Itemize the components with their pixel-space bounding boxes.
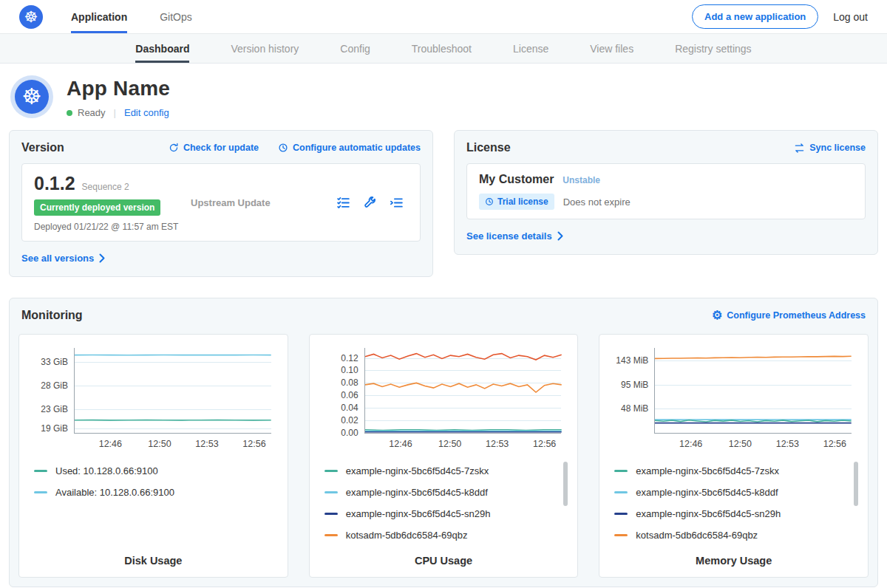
legend-scrollbar[interactable] (563, 462, 568, 506)
y-axis-label: 0.10 (341, 365, 358, 375)
legend-item: kotsadm-5db6dc6584-69qbz (324, 524, 569, 546)
tab-application[interactable]: Application (71, 0, 127, 33)
clock-refresh-icon (278, 143, 288, 153)
see-all-versions-link[interactable]: See all versions (21, 253, 105, 264)
trial-license-label: Trial license (497, 196, 548, 207)
chevron-right-icon (557, 231, 563, 241)
tab-gitops[interactable]: GitOps (160, 0, 192, 33)
license-card-title: License (466, 141, 511, 154)
y-axis-label: 28 GiB (41, 380, 68, 391)
configure-prometheus-link[interactable]: ⚙ Configure Prometheus Address (712, 310, 866, 321)
monitoring-title: Monitoring (21, 309, 83, 322)
legend-label: example-nginx-5bc6f5d4c5-k8ddf (346, 487, 488, 498)
chart-legend: example-nginx-5bc6f5d4c5-7zskxexample-ng… (324, 460, 569, 549)
y-axis-label: 0.00 (341, 428, 358, 438)
status-dot (67, 110, 72, 116)
chart-legend: example-nginx-5bc6f5d4c5-7zskxexample-ng… (614, 460, 859, 549)
legend-item: kotsadm-5db6dc6584-69qbz (614, 524, 859, 546)
legend-item: example-nginx-5bc6f5d4c5-sn29h (324, 503, 569, 524)
y-axis-label: 0.12 (341, 353, 358, 363)
x-axis-label: 12:50 (438, 439, 461, 449)
series-line (365, 383, 562, 392)
gear-icon: ⚙ (712, 310, 722, 321)
divider: | (114, 107, 116, 118)
customer-name: My Customer (479, 173, 554, 186)
logout-link[interactable]: Log out (833, 11, 868, 23)
x-axis-label: 12:46 (679, 439, 702, 449)
version-number: 0.1.2 (34, 173, 75, 194)
top-nav: ☸ Application GitOps Add a new applicati… (0, 0, 887, 34)
subnav-view-files[interactable]: View files (590, 34, 633, 63)
app-status-row: Ready | Edit config (67, 107, 170, 118)
subnav-license[interactable]: License (513, 34, 548, 63)
configure-prometheus-label: Configure Prometheus Address (727, 310, 866, 321)
app-subnav: Dashboard Version history Config Trouble… (0, 34, 887, 64)
top-nav-tabs: Application GitOps (71, 0, 225, 33)
legend-label: kotsadm-5db6dc6584-69qbz (346, 530, 468, 541)
legend-label: Used: 10.128.0.66:9100 (55, 465, 158, 476)
trial-license-badge: Trial license (479, 194, 554, 210)
disk-usage-chart: 33 GiB28 GiB23 GiB19 GiB 12:4612:5012:53… (18, 334, 288, 578)
chart-title: Memory Usage (607, 549, 860, 567)
legend-swatch (34, 470, 47, 472)
legend-scrollbar[interactable] (854, 462, 858, 506)
subnav-troubleshoot[interactable]: Troubleshoot (412, 34, 472, 63)
add-application-button[interactable]: Add a new application (692, 4, 818, 29)
current-version-box: 0.1.2 Sequence 2 Currently deployed vers… (21, 163, 421, 242)
version-sequence: Sequence 2 (82, 182, 129, 192)
legend-item: example-nginx-5bc6f5d4c5-k8ddf (614, 482, 859, 503)
y-axis-label: 0.08 (341, 377, 358, 388)
legend-item: example-nginx-5bc6f5d4c5-sn29h (614, 503, 859, 524)
x-axis-label: 12:46 (389, 439, 412, 449)
chevron-right-icon (99, 253, 105, 263)
legend-swatch (614, 534, 628, 536)
edit-config-link[interactable]: Edit config (124, 107, 169, 118)
legend-item: example-nginx-5bc6f5d4c5-7zskx (614, 460, 859, 482)
legend-swatch (324, 534, 338, 536)
x-axis-label: 12:50 (148, 439, 171, 449)
version-card-title: Version (21, 141, 64, 154)
memory-usage-chart: 143 MiB95 MiB48 MiB 12:4612:5012:5312:56… (599, 334, 869, 578)
subnav-registry-settings[interactable]: Registry settings (675, 34, 751, 63)
sync-license-link[interactable]: Sync license (794, 143, 866, 153)
series-line (365, 354, 562, 360)
y-axis-label: 143 MiB (616, 355, 648, 366)
config-wrench-icon[interactable] (363, 196, 377, 210)
legend-swatch (324, 513, 338, 515)
legend-item: example-nginx-5bc6f5d4c5-k8ddf (324, 482, 569, 503)
see-all-versions-label: See all versions (21, 253, 94, 264)
y-axis-label: 23 GiB (41, 404, 68, 414)
x-axis-label: 12:56 (823, 439, 846, 449)
legend-label: Available: 10.128.0.66:9100 (55, 487, 174, 498)
license-expiry: Does not expire (563, 196, 631, 208)
y-axis-label: 48 MiB (621, 403, 648, 414)
chart-legend: Used: 10.128.0.66:9100Available: 10.128.… (34, 460, 279, 549)
x-axis-label: 12:53 (486, 439, 509, 449)
app-logo-icon: ☸ (10, 75, 53, 118)
preflight-checklist-icon[interactable] (336, 196, 350, 210)
deploy-logs-icon[interactable] (390, 196, 404, 210)
app-header: ☸ App Name Ready | Edit config (0, 64, 887, 130)
legend-swatch (324, 470, 338, 472)
y-axis-label: 95 MiB (621, 380, 648, 390)
legend-label: kotsadm-5db6dc6584-69qbz (636, 530, 758, 541)
subnav-config[interactable]: Config (340, 34, 370, 63)
check-for-update-link[interactable]: Check for update (169, 143, 259, 153)
subnav-version-history[interactable]: Version history (231, 34, 299, 63)
sync-icon (794, 143, 805, 153)
y-axis-label: 33 GiB (41, 357, 68, 367)
legend-label: example-nginx-5bc6f5d4c5-k8ddf (636, 487, 778, 498)
x-axis-label: 12:56 (533, 439, 556, 449)
subnav-dashboard[interactable]: Dashboard (135, 34, 189, 63)
license-box: My Customer Unstable Trial license Does … (466, 163, 866, 219)
see-license-details-link[interactable]: See license details (466, 230, 563, 242)
version-action-icons (336, 196, 408, 210)
configure-automatic-updates-link[interactable]: Configure automatic updates (278, 143, 421, 153)
y-axis-label: 0.06 (341, 390, 358, 400)
kubernetes-wheel-glyph: ☸ (24, 9, 38, 24)
chart-plot: 143 MiB95 MiB48 MiB (654, 348, 852, 434)
legend-swatch (614, 513, 628, 515)
check-for-update-label: Check for update (183, 143, 259, 153)
series-line (655, 356, 852, 358)
app-title-block: App Name Ready | Edit config (67, 75, 170, 118)
